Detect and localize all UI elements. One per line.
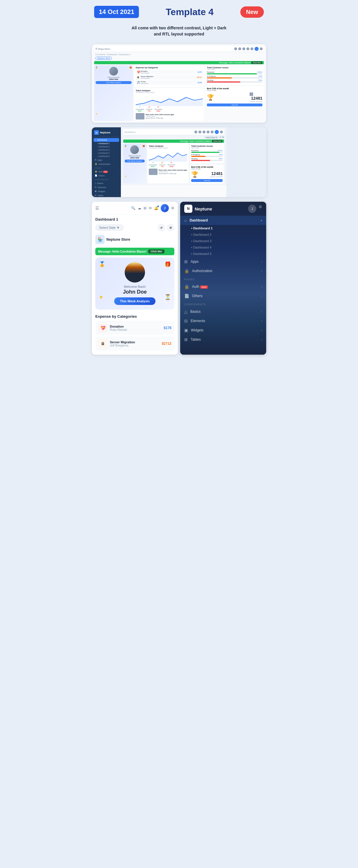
expense-person-2: Jeff Brieganza [110,344,135,347]
dark-sub-dashboard5[interactable]: • Dashboard 5 [180,251,266,257]
search-icon-3[interactable]: 🔍 [131,206,135,210]
dark-widgets-icon: ▣ [184,328,188,333]
sidebar-sub-dashboard1[interactable]: • Dashboard 1 [94,142,119,145]
date-select-row: Select Date ▼ ↺ ⚙ [92,223,178,232]
donation-icon-l: 💝 [98,323,107,333]
dark-nav-dashboard[interactable]: ⌂ Dashboard ▾ [180,216,266,225]
article-author-2: Serena Murrin • 9 Mins Ago [159,173,187,175]
sidebar-item-apps[interactable]: ⊞ Apps › [94,158,119,162]
sidebar-item-tables[interactable]: ⊞ Tables › [94,193,119,197]
sidebar-item-dashboard[interactable]: ⌂ Dashboard ▾ [94,138,119,142]
cloud-icon[interactable]: ☁ [138,206,141,210]
main-cse-content: 🏆 12481 queries resolved [191,171,223,178]
light-dashboard-title: Dashboard 1 [92,215,178,223]
elements-icon: ⊟ [95,186,96,188]
sidebar-item-auth[interactable]: 🔒 Authorization › [94,162,119,166]
refresh-icon-3[interactable]: ↺ [219,136,221,139]
itunes-person: Samatha W. [141,83,149,84]
basics-icon: △ [95,182,96,184]
filter-icon[interactable]: ⚙ [222,136,224,139]
sidebar-sub-dashboard4[interactable]: • Dashboard 4 [94,151,119,155]
bell-icon-3[interactable]: 🔔 [154,206,158,210]
dark-sub-dashboard3[interactable]: • Dashboard 3 [180,238,266,244]
dark-nav-apps[interactable]: ⊞ Apps › [180,257,266,266]
light-topbar-icons: 🔍 ☁ ⊞ ✉ 🔔 J ⚙ [131,204,174,212]
dark-settings-icon[interactable]: ⚙ [259,205,262,213]
main-chart-svg [149,150,187,162]
dark-chevron-right-tables: › [261,338,262,341]
dark-home-icon: ⌂ [184,218,187,223]
dark-chevron-right-widgets: › [261,329,262,332]
expense-amount-1: $178 [164,326,171,330]
mini-issues: Total Customer Issues Year 2020 Resolved… [205,65,264,85]
search-icon [234,48,237,50]
dark-components-label: COMPONENTS [180,301,266,307]
sidebar-logo: N Neptune [94,129,119,137]
dark-nav-others[interactable]: 📄 Others › [180,291,266,301]
sidebar: N Neptune ⌂ Dashboard ▾ • Dashboard 1 • … [92,127,121,197]
gift-icon-2: 🎁 [142,145,145,147]
expense-item-light-1: 💝 Donation Ruby Mahato $178 [95,321,174,335]
grid-icon-3[interactable]: ⊞ [143,206,147,210]
mail-icon [247,48,249,50]
chevron-right-icon: › [118,159,118,161]
sidebar-sub-dashboard5[interactable]: • Dashboard 5 [94,155,119,158]
pages-section-label: PAGES [94,166,119,169]
date-select-btn[interactable]: Select Date ▼ [95,224,124,231]
dark-chevron-right-basics: › [261,310,262,313]
sidebar-item-basics[interactable]: △ Basics › [94,181,119,185]
settings-icon-3[interactable]: ⚙ [171,206,174,210]
main-name: John Doe [125,157,145,159]
dark-nav-basics[interactable]: △ Basics › [180,307,266,316]
profile-card-light: 🏅 🎁 Welcome Back! John Doe This Week Ana… [95,257,174,310]
sidebar-item-others[interactable]: 📄 Others › [94,174,119,178]
select-date-btn[interactable]: Select Date ▼ [204,136,219,139]
refresh-date-icon[interactable]: ↺ [158,224,165,231]
hamburger-icon[interactable]: ☰ [95,206,99,211]
expense-amount-2: $2712 [162,342,171,346]
sidebar-item-auth-pages[interactable]: 🔒 Auth New › [94,169,119,174]
dark-nav-authorization[interactable]: 🔒 Authorization › [180,266,266,276]
dark-nav-elements[interactable]: ⊟ Elements › [180,316,266,326]
store-icon: 🏪 [95,235,105,244]
grid-icon-2 [202,130,205,133]
main-token-sub: 40 Dispute In this month [149,147,187,149]
dark-nav-auth-page[interactable]: 🔒 Auth New › [180,282,266,291]
main-issues-sub: Year 2020 [191,147,223,149]
main-token: Token Analysis 40 Dispute In this month … [147,144,189,183]
chevron-down-icon: ▾ [117,139,118,141]
mail-icon-3[interactable]: ✉ [149,206,152,210]
search-icon-2 [194,130,197,133]
refresh-icon [238,48,241,50]
expense-item-donation: 💝 Donation Ruby Mahato $178 [136,70,203,74]
trophy-icon: 🏆 [207,94,214,101]
msg-bar: Message: Hello CoreAdmin Blazor! Click M… [94,61,264,64]
mini-cse: Best CSE of the month Victor Smith 🏆 124… [205,86,264,108]
sidebar-item-elements[interactable]: ⊟ Elements › [94,185,119,189]
dark-nav-tables[interactable]: ⊞ Tables › [180,335,266,344]
star-icon-2: ★ [125,175,127,178]
msg-text: Message: Hello CoreAdmin Blazor! [98,250,147,253]
preview-card-1: ☰ Mega Menu CoreAdmin / Dashboard / Dash… [92,44,266,123]
queries-label: queries resolved [250,100,262,102]
main-profile-card: 🏅 🎁 Welcome Back! John Doe This Week Ana… [123,144,146,183]
avatar-2 [215,130,219,134]
dark-sub-dashboard1[interactable]: • Dashboard 1 [180,225,266,231]
dark-sub-dashboard2[interactable]: • Dashboard 2 [180,231,266,238]
chevron-right-icon-3: › [118,170,118,173]
sidebar-sub-dashboard2[interactable]: • Dashboard 2 [94,145,119,148]
dark-nav-widgets[interactable]: ▣ Widgets › [180,326,266,335]
msg-bar-2: Message: Hello CoreAdmin Blazor! Click M… [123,140,224,143]
sidebar-item-widgets[interactable]: ▣ Widgets › [94,189,119,193]
sidebar-sub-dashboard3[interactable]: • Dashboard 3 [94,148,119,151]
click-me-btn[interactable]: Click Me! [148,249,164,253]
week-analysis-btn[interactable]: This Week Analysis [114,298,156,305]
dark-sub-dashboard4[interactable]: • Dashboard 4 [180,244,266,251]
store-badge: Neptune Store [95,57,112,60]
bell-icon-2 [211,130,214,133]
main-right-col: Total Customer Issues Year 2020 Resolved… [190,144,224,183]
expense-section: Expense by Categories 💝 Donation Ruby Ma… [92,312,178,354]
date-icons: ↺ ⚙ [158,224,174,231]
main-mini-dash: Dashboard 1 Select Date ▼ ↺ ⚙ [121,127,226,185]
filter-date-icon[interactable]: ⚙ [167,224,174,231]
